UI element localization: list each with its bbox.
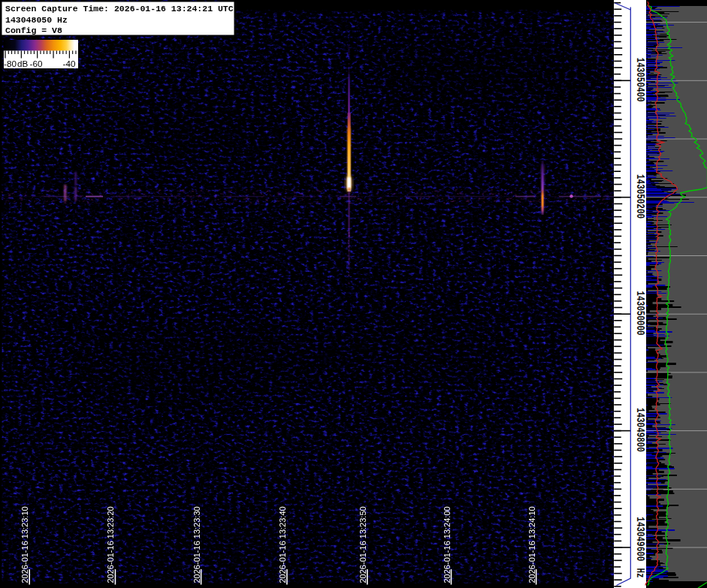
svg-text:-80: -80 — [4, 59, 17, 68]
svg-text:143050400: 143050400 — [633, 58, 645, 102]
svg-text:Hz: Hz — [633, 568, 645, 577]
svg-text:2026-01-16 13:23:10: 2026-01-16 13:23:10 — [20, 506, 29, 583]
svg-text:dB: dB — [17, 59, 29, 68]
svg-text:143048050 Hz: 143048050 Hz — [5, 15, 68, 25]
svg-text:143049600: 143049600 — [633, 517, 645, 561]
svg-text:143049800: 143049800 — [633, 408, 645, 452]
svg-text:2026-01-16 13:23:50: 2026-01-16 13:23:50 — [358, 506, 367, 583]
svg-text:2026-01-16 13:23:30: 2026-01-16 13:23:30 — [192, 506, 201, 583]
svg-text:-60: -60 — [30, 59, 43, 68]
svg-text:2026-01-16 13:23:20: 2026-01-16 13:23:20 — [106, 506, 115, 583]
svg-text:143050200: 143050200 — [633, 174, 645, 219]
svg-text:-40: -40 — [63, 59, 76, 68]
svg-text:2026-01-16 13:24:00: 2026-01-16 13:24:00 — [443, 506, 452, 583]
svg-text:Config = V8: Config = V8 — [5, 26, 62, 35]
svg-text:Screen Capture Time: 2026-01-1: Screen Capture Time: 2026-01-16 13:24:21… — [5, 4, 234, 14]
svg-text:2026-01-16 13:24:10: 2026-01-16 13:24:10 — [527, 506, 536, 583]
svg-text:143050000: 143050000 — [633, 291, 645, 336]
svg-text:2026-01-16 13:23:40: 2026-01-16 13:23:40 — [278, 506, 287, 583]
